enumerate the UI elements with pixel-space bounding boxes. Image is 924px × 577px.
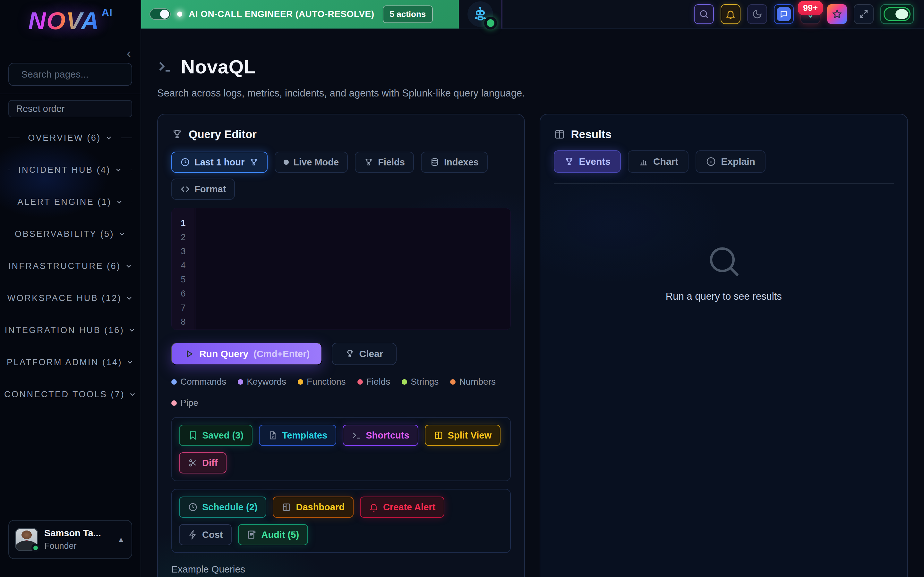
chat-button[interactable]	[774, 4, 794, 24]
sidebar-item-overview[interactable]: OVERVIEW (6)	[8, 122, 132, 154]
tab-explain[interactable]: Explain	[696, 150, 766, 173]
sidebar-item-alert-engine[interactable]: ALERT ENGINE (1)	[8, 186, 132, 218]
chevron-down-icon	[126, 294, 133, 302]
document-icon	[268, 430, 278, 440]
sidebar-item-platform-admin[interactable]: PLATFORM ADMIN (14)	[8, 346, 132, 378]
time-range-button[interactable]: Last 1 hour	[171, 152, 268, 173]
topbar-divider	[501, 0, 502, 29]
bookmark-icon	[188, 430, 198, 440]
dark-mode-button[interactable]	[747, 4, 767, 24]
query-code-editor[interactable]: 1 2 3 4 5 6 7 8	[171, 208, 511, 330]
play-icon	[184, 349, 194, 359]
query-editor-header: Query Editor	[171, 128, 511, 141]
syntax-legend: Commands Keywords Functions Fields Strin…	[171, 377, 511, 408]
live-mode-button[interactable]: Live Mode	[275, 152, 348, 173]
sidebar-search[interactable]	[8, 63, 132, 86]
run-query-label: Run Query	[199, 348, 248, 359]
logo-ai-badge: AI	[102, 6, 112, 19]
line-number: 4	[181, 258, 186, 272]
dashboard-button[interactable]: Dashboard	[273, 496, 353, 518]
legend-item: Strings	[402, 377, 439, 387]
global-search-button[interactable]	[694, 4, 714, 24]
tab-chart[interactable]: Chart	[628, 150, 688, 173]
user-meta: Samson Ta... Founder	[44, 528, 110, 551]
theme-power-toggle[interactable]	[880, 4, 914, 24]
fields-button[interactable]: Fields	[355, 152, 414, 173]
indexes-button[interactable]: Indexes	[421, 152, 488, 173]
schedule-button[interactable]: Schedule (2)	[179, 496, 266, 518]
oncall-toggle[interactable]	[150, 8, 171, 20]
cost-button[interactable]: Cost	[179, 524, 232, 545]
sidebar-item-infrastructure[interactable]: INFRASTRUCTURE (6)	[8, 250, 132, 282]
favorites-button[interactable]	[827, 4, 847, 24]
table-icon	[554, 129, 565, 140]
terminal-prompt-icon	[157, 59, 173, 75]
format-label: Format	[194, 184, 226, 195]
fields-label: Fields	[378, 157, 405, 168]
clear-button[interactable]: Clear	[332, 343, 397, 365]
page-title: NovaQL	[181, 56, 256, 78]
create-alert-button[interactable]: Create Alert	[360, 496, 444, 518]
code-area[interactable]	[195, 208, 510, 330]
line-number-gutter: 1 2 3 4 5 6 7 8	[172, 208, 195, 330]
fullscreen-button[interactable]	[854, 4, 874, 24]
user-name: Samson Ta...	[44, 528, 110, 538]
legend-item: Keywords	[238, 377, 286, 387]
panel-title: Query Editor	[189, 128, 257, 141]
legend-dot	[298, 379, 303, 385]
bar-chart-icon	[638, 156, 648, 167]
reset-order-button[interactable]: Reset order	[8, 100, 132, 117]
legend-item: Pipe	[171, 398, 198, 408]
diff-button[interactable]: Diff	[179, 452, 226, 474]
indexes-label: Indexes	[444, 157, 479, 168]
actions-count-badge[interactable]: 5 actions	[383, 5, 433, 23]
sidebar-item-connected-tools[interactable]: CONNECTED TOOLS (7)	[8, 378, 132, 410]
sidebar-item-label: CONNECTED TOOLS (7)	[4, 390, 125, 400]
inbox-button[interactable]: 99+	[800, 4, 821, 24]
search-input[interactable]	[21, 69, 145, 80]
sidebar-divider	[0, 93, 141, 94]
results-header: Results	[554, 128, 894, 141]
moon-icon	[752, 9, 762, 19]
line-number: 6	[181, 287, 186, 301]
legend-dot	[402, 379, 407, 385]
lightning-icon	[188, 530, 198, 540]
legend-dot	[171, 379, 177, 385]
editor-toolbar-row-1: Last 1 hour Live Mode Fields Indexes	[171, 152, 511, 173]
saved-queries-button[interactable]: Saved (3)	[179, 425, 252, 446]
toggle-track	[884, 7, 911, 21]
notifications-button[interactable]	[720, 4, 740, 24]
user-profile-card[interactable]: Samson Ta... Founder ▲	[8, 520, 132, 559]
example-queries-heading: Example Queries	[171, 564, 511, 575]
toggle-knob	[895, 9, 908, 19]
chevron-down-icon	[129, 390, 136, 398]
tab-events[interactable]: Events	[554, 150, 621, 173]
results-panel: Results Events Chart Explain	[540, 114, 908, 577]
format-button[interactable]: Format	[171, 179, 235, 200]
trophy-icon	[249, 157, 258, 167]
legend-dot	[357, 379, 363, 385]
content-columns: Query Editor Last 1 hour Live Mode Field…	[157, 114, 908, 577]
sidebar-collapse-chevron-icon[interactable]: ‹	[127, 47, 131, 60]
bell-icon	[725, 9, 736, 19]
sidebar-nav: OVERVIEW (6) INCIDENT HUB (4) ALERT ENGI…	[8, 122, 132, 410]
chevron-down-icon	[125, 262, 132, 270]
line-number: 3	[181, 244, 186, 258]
split-view-button[interactable]: Split View	[425, 425, 501, 446]
chevron-down-icon	[128, 326, 136, 334]
ai-assistant-button[interactable]	[467, 1, 493, 27]
sidebar-item-incident-hub[interactable]: INCIDENT HUB (4)	[8, 154, 132, 186]
sidebar-item-workspace-hub[interactable]: WORKSPACE HUB (12)	[8, 282, 132, 314]
shortcuts-button[interactable]: Shortcuts	[342, 425, 418, 446]
sidebar-item-observability[interactable]: OBSERVABILITY (5)	[8, 218, 132, 250]
caret-up-icon[interactable]: ▲	[118, 535, 124, 544]
live-dot-icon	[284, 160, 289, 165]
sidebar-item-integration-hub[interactable]: INTEGRATION HUB (16)	[8, 314, 132, 346]
database-icon	[430, 157, 439, 167]
templates-button[interactable]: Templates	[259, 425, 336, 446]
chat-icon	[780, 10, 788, 18]
bell-icon	[369, 502, 379, 512]
query-editor-panel: Query Editor Last 1 hour Live Mode Field…	[157, 114, 525, 577]
audit-button[interactable]: Audit (5)	[238, 524, 308, 545]
run-query-button[interactable]: Run Query (Cmd+Enter)	[171, 343, 322, 365]
